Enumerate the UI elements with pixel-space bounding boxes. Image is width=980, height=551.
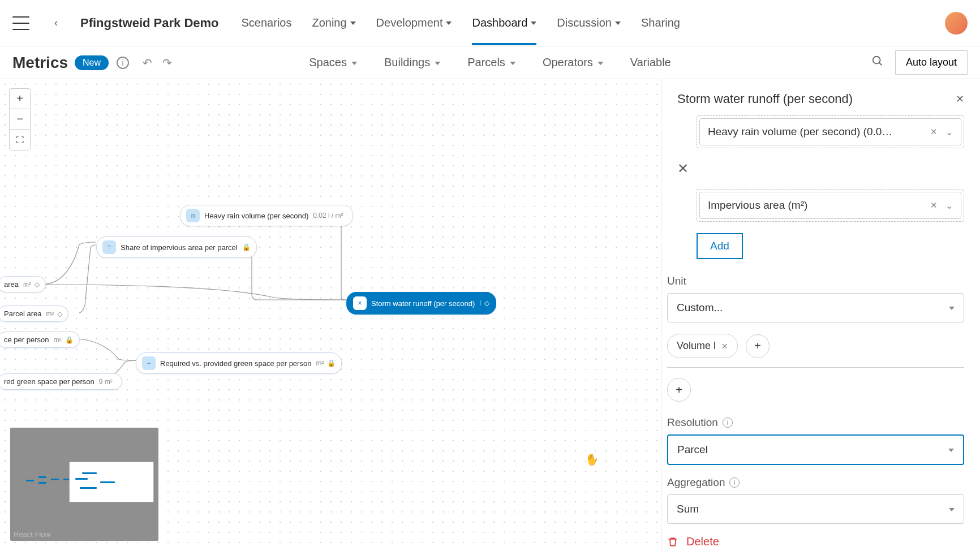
- undo-redo-group: ↶ ↷: [143, 56, 172, 70]
- metrics-toolbar: Metrics New i ↶ ↷ Spaces Buildings Parce…: [0, 46, 980, 79]
- nav-sharing[interactable]: Sharing: [641, 1, 680, 45]
- page-title: Metrics: [12, 54, 68, 72]
- unit-value: Custom...: [677, 302, 723, 314]
- new-badge: New: [75, 55, 109, 70]
- svg-point-0: [873, 56, 880, 63]
- remove-input-button[interactable]: ✕: [930, 127, 938, 137]
- multiply-icon: ×: [353, 296, 367, 310]
- toolbar-variable[interactable]: Variable: [630, 56, 671, 69]
- aggregation-select[interactable]: Sum: [667, 494, 964, 524]
- node-unit: m²: [54, 336, 62, 344]
- chip-label: Heavy rain volume (per second) (0.0…: [708, 126, 930, 138]
- toolbar-buildings[interactable]: Buildings: [384, 56, 440, 69]
- delete-button[interactable]: Delete: [667, 535, 964, 548]
- delete-label: Delete: [686, 535, 719, 548]
- trash-icon: [667, 536, 678, 548]
- toolbar-operators[interactable]: Operators: [543, 56, 603, 69]
- user-avatar[interactable]: [945, 12, 968, 35]
- chevron-down-icon: [949, 307, 955, 310]
- node-value: 0.02 l / m²: [313, 212, 343, 219]
- info-icon[interactable]: i: [729, 477, 740, 488]
- info-icon[interactable]: i: [723, 417, 733, 428]
- search-button[interactable]: [871, 55, 884, 71]
- hamburger-menu[interactable]: [12, 16, 29, 30]
- nav-dashboard[interactable]: Dashboard: [472, 1, 536, 45]
- add-input-button[interactable]: Add: [697, 233, 743, 259]
- aggregation-value: Sum: [677, 503, 699, 515]
- node-unit: l: [479, 299, 481, 307]
- close-panel-button[interactable]: ✕: [956, 93, 964, 105]
- remove-unit-button[interactable]: ✕: [721, 342, 728, 351]
- operator-multiply-icon[interactable]: ✕: [677, 161, 689, 177]
- zoom-in-button[interactable]: +: [10, 89, 30, 109]
- panel-header: Storm water runoff (per second) ✕: [661, 79, 980, 115]
- node-red-green-space[interactable]: red green space per person 9 m²: [0, 373, 122, 390]
- minus-icon: −: [142, 356, 156, 370]
- chevron-down-icon: [435, 62, 440, 65]
- toolbar-spaces[interactable]: Spaces: [309, 56, 357, 69]
- panel-title: Storm water runoff (per second): [677, 92, 853, 106]
- nav-discussion[interactable]: Discussion: [557, 1, 621, 45]
- chevron-down-icon: [598, 62, 603, 65]
- redo-button[interactable]: ↷: [162, 56, 172, 70]
- node-per-person[interactable]: ce per person m² 🔒: [0, 332, 80, 348]
- hand-cursor-icon: ✋: [584, 451, 600, 467]
- minimap-viewport[interactable]: [69, 462, 154, 502]
- node-unit: m²: [46, 310, 54, 318]
- node-required-vs-provided[interactable]: − Required vs. provided green space per …: [136, 352, 342, 374]
- divider: [667, 367, 964, 368]
- eye-icon: ◇: [57, 310, 62, 318]
- nav-zoning[interactable]: Zoning: [312, 1, 355, 45]
- minimap[interactable]: React Flow: [10, 428, 158, 541]
- node-share-impervious[interactable]: ÷ Share of impervious area per parcel 🔒: [96, 236, 257, 258]
- properties-panel: Storm water runoff (per second) ✕ Heavy …: [661, 79, 980, 551]
- auto-layout-button[interactable]: Auto layout: [895, 50, 968, 75]
- remove-input-button[interactable]: ✕: [930, 200, 938, 210]
- minimap-label: React Flow: [14, 530, 50, 539]
- aggregation-label: Aggregation i: [667, 476, 964, 489]
- undo-button[interactable]: ↶: [143, 56, 152, 70]
- eye-icon: ◇: [484, 299, 489, 307]
- node-unit: m²: [316, 359, 324, 367]
- node-label: area: [4, 280, 19, 289]
- chevron-down-icon: [615, 21, 621, 25]
- chevron-down-icon[interactable]: ⌄: [945, 200, 953, 211]
- chip-label: Impervious area (m²): [708, 199, 930, 212]
- info-icon[interactable]: i: [117, 57, 129, 69]
- add-denominator-button[interactable]: +: [667, 378, 691, 402]
- unit-label: Unit: [667, 275, 964, 287]
- toolbar-right: Auto layout: [871, 50, 968, 75]
- resolution-select[interactable]: Parcel: [667, 434, 964, 465]
- nav-development[interactable]: Development: [376, 1, 452, 45]
- unit-select[interactable]: Custom...: [667, 293, 964, 322]
- chevron-down-icon: [446, 21, 452, 25]
- input-slot-1: Heavy rain volume (per second) (0.0… ✕ ⌄: [697, 115, 964, 148]
- chevron-down-icon: [510, 62, 515, 65]
- zoom-out-button[interactable]: −: [10, 109, 30, 130]
- add-unit-button[interactable]: +: [746, 334, 770, 358]
- project-title: Pfingstweid Park Demo: [80, 16, 219, 31]
- node-value: 9 m²: [99, 378, 113, 386]
- nav-items: Scenarios Zoning Development Dashboard D…: [242, 1, 680, 45]
- fit-view-button[interactable]: ⛶: [10, 130, 30, 150]
- resolution-value: Parcel: [677, 444, 708, 456]
- input-chip-impervious-area[interactable]: Impervious area (m²) ✕ ⌄: [699, 192, 961, 219]
- node-area[interactable]: area m² ◇: [0, 276, 46, 292]
- node-label: Share of impervious area per parcel: [121, 243, 238, 252]
- input-slot-2: Impervious area (m²) ✕ ⌄: [697, 189, 964, 222]
- nav-scenarios[interactable]: Scenarios: [242, 1, 292, 45]
- toolbar-parcels[interactable]: Parcels: [467, 56, 515, 69]
- node-label: red green space per person: [4, 377, 94, 386]
- zoom-controls: + − ⛶: [9, 88, 31, 150]
- lock-icon: 🔒: [327, 359, 336, 367]
- unit-chip-volume[interactable]: Volume l ✕: [667, 334, 738, 358]
- node-storm-water-runoff[interactable]: × Storm water runoff (per second) l ◇: [346, 292, 496, 315]
- chevron-down-icon[interactable]: ⌄: [945, 127, 953, 137]
- node-heavy-rain-volume[interactable]: n Heavy rain volume (per second) 0.02 l …: [180, 205, 353, 226]
- node-unit: m²: [23, 281, 31, 289]
- node-parcel-area[interactable]: Parcel area m² ◇: [0, 305, 68, 322]
- toolbar-center: Spaces Buildings Parcels Operators Varia…: [309, 56, 670, 69]
- back-button[interactable]: ‹: [48, 15, 65, 32]
- input-chip-heavy-rain[interactable]: Heavy rain volume (per second) (0.0… ✕ ⌄: [699, 118, 961, 145]
- top-navigation: ‹ Pfingstweid Park Demo Scenarios Zoning…: [0, 0, 980, 46]
